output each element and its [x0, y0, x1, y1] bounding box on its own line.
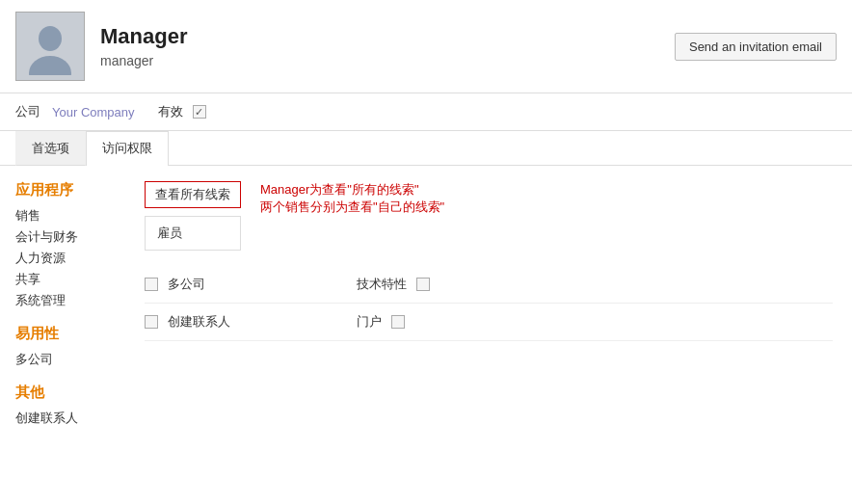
sidebar-item-sysadmin[interactable]: 系统管理 [15, 290, 110, 311]
main-content: 应用程序 销售 会计与财务 人力资源 共享 系统管理 易用性 多公司 其他 创建… [0, 166, 852, 444]
active-checkbox[interactable]: ✓ [193, 105, 206, 119]
user-title: Manager [100, 24, 187, 49]
other-row: 创建联系人 门户 [145, 304, 833, 341]
company-value: Your Company [52, 105, 135, 119]
tab-access[interactable]: 访问权限 [86, 131, 169, 166]
sidebar-item-multicompany[interactable]: 多公司 [15, 349, 110, 370]
sidebar-item-createcontact[interactable]: 创建联系人 [15, 408, 110, 429]
create-contact-label: 创建联系人 [168, 313, 230, 331]
permission-note-line1: Manager为查看"所有的线索" [260, 181, 444, 199]
permission-controls: 查看所有线索 雇员 [145, 181, 241, 251]
fields-row: 公司 Your Company 有效 ✓ [0, 93, 852, 131]
sales-section: 查看所有线索 雇员 Manager为查看"所有的线索" 两个销售分别为查看"自己… [145, 181, 833, 251]
content-panel: 查看所有线索 雇员 Manager为查看"所有的线索" 两个销售分别为查看"自己… [125, 166, 852, 444]
svg-point-1 [29, 56, 71, 75]
sidebar-section-title-usability: 易用性 [15, 325, 110, 343]
sidebar-section-title-other: 其他 [15, 384, 110, 402]
sidebar: 应用程序 销售 会计与财务 人力资源 共享 系统管理 易用性 多公司 其他 创建… [0, 166, 125, 444]
portal-label: 门户 [357, 313, 382, 331]
sidebar-item-share[interactable]: 共享 [15, 269, 110, 290]
create-contact-field: 创建联系人 [145, 313, 337, 331]
role-box: 雇员 [145, 216, 241, 251]
permission-note: Manager为查看"所有的线索" 两个销售分别为查看"自己的线索" [260, 181, 444, 251]
tech-features-checkbox[interactable] [416, 278, 430, 291]
sidebar-section-title-apps: 应用程序 [15, 181, 110, 199]
svg-point-0 [39, 26, 62, 51]
role-label: 雇员 [157, 225, 182, 240]
active-field-group: 有效 ✓ [158, 103, 206, 120]
permission-box-all-leads[interactable]: 查看所有线索 [145, 181, 241, 208]
company-label: 公司 [15, 103, 42, 120]
company-field-group: 公司 Your Company [15, 103, 135, 120]
portal-checkbox[interactable] [391, 315, 405, 329]
sidebar-item-accounting[interactable]: 会计与财务 [15, 226, 110, 248]
invite-button[interactable]: Send an invitation email [675, 33, 837, 61]
multi-company-checkbox[interactable] [145, 278, 158, 291]
header: Manager manager Send an invitation email [0, 0, 852, 93]
header-left: Manager manager [15, 12, 187, 81]
sidebar-item-sales[interactable]: 销售 [15, 205, 110, 226]
user-info: Manager manager [100, 24, 187, 68]
multi-company-field: 多公司 [145, 276, 337, 293]
usability-row: 多公司 技术特性 [145, 266, 833, 304]
user-subtitle: manager [100, 53, 187, 68]
multi-company-label: 多公司 [168, 276, 205, 293]
sidebar-item-hr[interactable]: 人力资源 [15, 248, 110, 269]
avatar [15, 12, 85, 81]
permission-note-line2: 两个销售分别为查看"自己的线索" [260, 199, 444, 216]
tab-preferences[interactable]: 首选项 [15, 131, 86, 166]
create-contact-checkbox[interactable] [145, 315, 158, 329]
portal-field: 门户 [357, 313, 549, 331]
active-label: 有效 [158, 103, 185, 120]
tech-features-field: 技术特性 [357, 276, 549, 293]
tabs-row: 首选项 访问权限 [0, 131, 852, 166]
tech-features-label: 技术特性 [357, 276, 407, 293]
